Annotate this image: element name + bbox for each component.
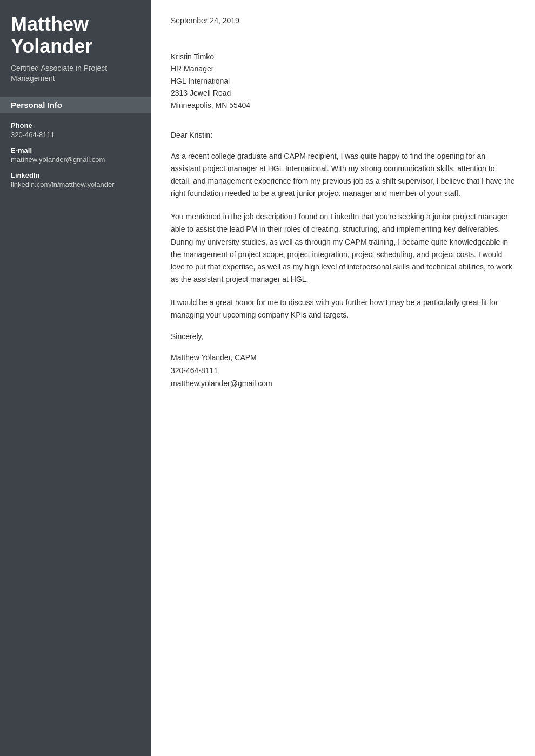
recipient-name: Kristin Timko [171, 51, 516, 63]
recipient-block: Kristin Timko HR Manager HGL Internation… [171, 51, 516, 111]
letter-paragraph-1: As a recent college graduate and CAPM re… [171, 150, 516, 200]
letter-closing: Sincerely, [171, 332, 516, 341]
personal-info-heading: Personal Info [0, 97, 151, 113]
signature-phone: 320-464-8111 [171, 364, 516, 377]
recipient-address2: Minneapolis, MN 55404 [171, 99, 516, 111]
letter-date: September 24, 2019 [171, 16, 516, 25]
sidebar-full-name: Matthew Yolander [11, 13, 141, 58]
salutation: Dear Kristin: [171, 131, 516, 139]
signature-name: Matthew Yolander, CAPM [171, 352, 516, 364]
email-label: E-mail [11, 146, 141, 154]
sidebar-job-title: Certified Associate in Project Managemen… [11, 63, 141, 84]
page: Matthew Yolander Certified Associate in … [0, 0, 535, 756]
linkedin-value: linkedin.com/in/matthew.yolander [11, 180, 141, 188]
signature-email: matthew.yolander@gmail.com [171, 377, 516, 390]
phone-label: Phone [11, 122, 141, 130]
letter-body: As a recent college graduate and CAPM re… [171, 150, 516, 321]
letter-content: September 24, 2019 Kristin Timko HR Mana… [151, 0, 535, 756]
sidebar: Matthew Yolander Certified Associate in … [0, 0, 151, 756]
recipient-company: HGL International [171, 75, 516, 87]
email-block: E-mail matthew.yolander@gmail.com [11, 146, 141, 164]
letter-paragraph-2: You mentioned in the job description I f… [171, 211, 516, 286]
recipient-title: HR Manager [171, 63, 516, 75]
email-value: matthew.yolander@gmail.com [11, 156, 141, 164]
linkedin-label: LinkedIn [11, 171, 141, 179]
signature-block: Matthew Yolander, CAPM 320-464-8111 matt… [171, 352, 516, 390]
linkedin-block: LinkedIn linkedin.com/in/matthew.yolande… [11, 171, 141, 188]
phone-block: Phone 320-464-8111 [11, 122, 141, 139]
phone-value: 320-464-8111 [11, 131, 141, 139]
letter-paragraph-3: It would be a great honor for me to disc… [171, 296, 516, 321]
recipient-address1: 2313 Jewell Road [171, 87, 516, 99]
